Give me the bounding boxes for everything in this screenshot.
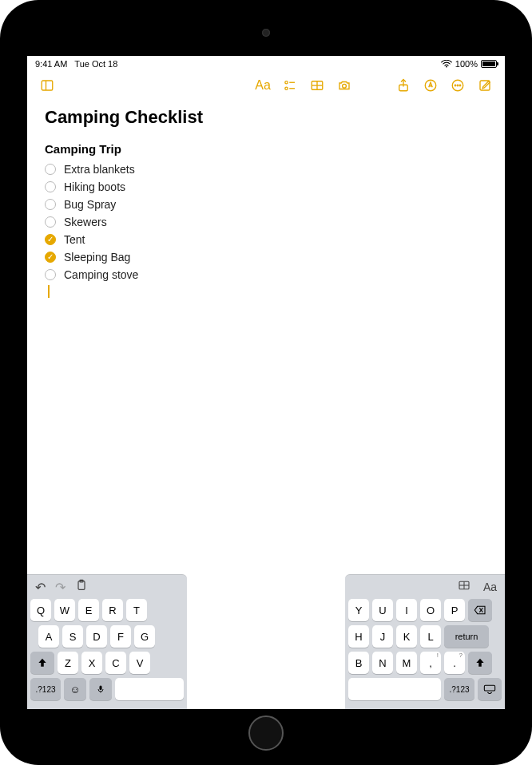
front-camera [262, 29, 270, 37]
svg-rect-1 [42, 81, 53, 90]
space-key[interactable] [115, 678, 184, 700]
shift-key-right[interactable] [468, 652, 492, 674]
key-r[interactable]: R [102, 599, 123, 621]
key-w[interactable]: W [54, 599, 75, 621]
dismiss-keyboard-key[interactable] [478, 678, 502, 700]
undo-icon[interactable]: ↶ [35, 580, 46, 595]
checklist-item-label[interactable]: Tent [64, 233, 85, 246]
more-button[interactable] [447, 75, 468, 96]
screen: 9:41 AM Tue Oct 18 100% Aa [27, 56, 505, 709]
note-title[interactable]: Camping Checklist [45, 107, 487, 128]
sidebar-toggle-icon[interactable] [37, 75, 58, 96]
split-keyboard-right[interactable]: Aa YUIOP HJKL return BNM,!.? .?123 [345, 574, 505, 709]
dictation-key[interactable] [89, 678, 112, 700]
format-shortcut-icon[interactable]: Aa [483, 581, 497, 593]
key-a[interactable]: A [38, 625, 59, 648]
redo-icon[interactable]: ↷ [55, 580, 66, 595]
note-body[interactable]: Camping Checklist Camping Trip Extra bla… [27, 99, 505, 306]
note-heading[interactable]: Camping Trip [45, 142, 487, 156]
checklist-item-label[interactable]: Sleeping Bag [64, 251, 130, 264]
key-c[interactable]: C [105, 652, 126, 674]
checkbox-unchecked-icon[interactable] [45, 164, 56, 175]
backspace-key[interactable] [468, 599, 492, 621]
status-time: 9:41 AM [35, 59, 67, 69]
checkbox-checked-icon[interactable] [45, 252, 56, 263]
checkbox-unchecked-icon[interactable] [45, 199, 56, 210]
key-s[interactable]: S [62, 625, 83, 648]
key-k[interactable]: K [396, 625, 417, 648]
checklist-item[interactable]: Tent [45, 231, 487, 248]
key-m[interactable]: M [396, 652, 417, 674]
key-e[interactable]: E [78, 599, 99, 621]
svg-rect-24 [484, 685, 494, 691]
key-n[interactable]: N [372, 652, 393, 674]
checklist-item[interactable]: Camping stove [45, 266, 487, 283]
checklist-item-label[interactable]: Hiking boots [64, 180, 125, 193]
key-i[interactable]: I [396, 599, 417, 621]
key-q[interactable]: Q [30, 599, 51, 621]
format-aa-button[interactable]: Aa [252, 75, 273, 96]
shift-key[interactable] [30, 652, 54, 674]
key-b[interactable]: B [348, 652, 369, 674]
split-keyboard-left[interactable]: ↶ ↷ QWERT ASDFG ZXCV .?123 ☺ [27, 574, 187, 709]
key-l[interactable]: L [420, 625, 441, 648]
checkbox-unchecked-icon[interactable] [45, 269, 56, 280]
key-j[interactable]: J [372, 625, 393, 648]
checklist-item-label[interactable]: Extra blankets [64, 163, 135, 176]
checklist-item[interactable]: Extra blankets [45, 161, 487, 178]
markup-button[interactable] [420, 75, 441, 96]
key-x[interactable]: X [81, 652, 102, 674]
emoji-key[interactable]: ☺ [64, 678, 86, 700]
key-v[interactable]: V [129, 652, 150, 674]
ipad-device-frame: 9:41 AM Tue Oct 18 100% Aa [0, 0, 532, 765]
numeric-mode-key-right[interactable]: .?123 [444, 678, 474, 700]
svg-point-16 [459, 85, 461, 86]
status-left: 9:41 AM Tue Oct 18 [35, 59, 117, 69]
checklist[interactable]: Extra blanketsHiking bootsBug SpraySkewe… [45, 161, 487, 283]
key-punct[interactable]: .? [444, 652, 465, 674]
numeric-mode-key[interactable]: .?123 [30, 678, 61, 700]
svg-point-0 [446, 66, 447, 68]
table-button[interactable] [307, 75, 328, 96]
checkbox-unchecked-icon[interactable] [45, 181, 56, 192]
key-punct[interactable]: ,! [420, 652, 441, 674]
compose-button[interactable] [474, 75, 495, 96]
key-z[interactable]: Z [58, 652, 78, 674]
checklist-item-label[interactable]: Bug Spray [64, 198, 116, 211]
key-g[interactable]: G [134, 625, 155, 648]
key-h[interactable]: H [348, 625, 369, 648]
svg-rect-20 [100, 686, 102, 691]
checkbox-unchecked-icon[interactable] [45, 216, 56, 228]
svg-point-14 [455, 85, 456, 86]
key-u[interactable]: U [372, 599, 393, 621]
checkbox-checked-icon[interactable] [45, 234, 56, 245]
text-cursor [48, 285, 50, 298]
checklist-item[interactable]: Hiking boots [45, 178, 487, 196]
checklist-item[interactable]: Skewers [45, 213, 487, 231]
battery-percent: 100% [455, 59, 478, 69]
checklist-item-label[interactable]: Camping stove [64, 268, 138, 281]
battery-icon [481, 60, 497, 68]
key-y[interactable]: Y [348, 599, 369, 621]
checklist-item[interactable]: Sleeping Bag [45, 248, 487, 266]
svg-point-15 [457, 85, 459, 86]
checklist-item-label[interactable]: Skewers [64, 216, 107, 228]
key-f[interactable]: F [110, 625, 131, 648]
table-shortcut-icon[interactable] [458, 579, 470, 595]
camera-button[interactable] [334, 75, 355, 96]
key-p[interactable]: P [444, 599, 465, 621]
checklist-item[interactable]: Bug Spray [45, 196, 487, 213]
key-d[interactable]: D [86, 625, 107, 648]
status-right: 100% [441, 59, 497, 69]
key-t[interactable]: T [126, 599, 147, 621]
note-toolbar: Aa [27, 72, 505, 99]
svg-point-10 [343, 84, 347, 88]
home-button[interactable] [248, 715, 284, 751]
checklist-button[interactable] [280, 75, 300, 96]
return-key[interactable]: return [444, 625, 489, 648]
space-key-right[interactable] [348, 678, 441, 700]
clipboard-icon[interactable] [75, 579, 88, 595]
share-button[interactable] [393, 75, 414, 96]
key-o[interactable]: O [420, 599, 441, 621]
status-bar: 9:41 AM Tue Oct 18 100% [27, 56, 505, 72]
